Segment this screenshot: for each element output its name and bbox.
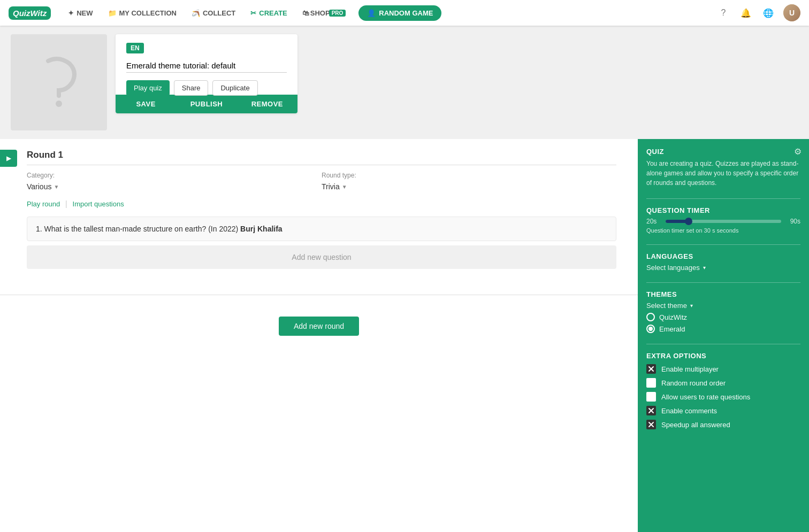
sidebar-quiz-section: QUIZ You are creating a quiz. Quizzes ar… xyxy=(646,148,800,188)
timer-thumb xyxy=(685,218,692,225)
random-order-checkbox[interactable] xyxy=(646,378,656,388)
category-arrow-icon: ▼ xyxy=(54,184,59,190)
lang-badge: EN xyxy=(126,43,144,53)
extra-options-title: EXTRA OPTIONS xyxy=(646,352,800,360)
theme-emerald-label: Emerald xyxy=(659,325,685,333)
category-col: Category: Various ▼ xyxy=(27,172,322,191)
random-icon: 👤 xyxy=(367,9,376,17)
rate-questions-label: Allow users to rate questions xyxy=(661,393,750,401)
avatar-image: U xyxy=(783,4,800,21)
logo[interactable]: QuizWitz xyxy=(9,6,51,20)
quiz-section-title: QUIZ xyxy=(646,148,800,156)
extra-option-comments: Enable comments xyxy=(646,406,800,415)
nav-right: ? 🔔 🌐 U xyxy=(716,4,800,21)
round-actions: Play round | Import questions xyxy=(27,199,616,208)
languages-title: LANGUAGES xyxy=(646,252,800,260)
extra-option-random-order: Random round order xyxy=(646,378,800,388)
collect-icon: 🪃 xyxy=(192,9,200,17)
speedup-label: Speedup all answered xyxy=(661,421,730,429)
import-questions-link[interactable]: Import questions xyxy=(73,200,124,208)
remove-button[interactable]: REMOVE xyxy=(237,95,297,113)
round-meta: Category: Various ▼ Round type: Trivia ▼ xyxy=(27,172,616,191)
quiz-section-desc: You are creating a quiz. Quizzes are pla… xyxy=(646,159,800,188)
duplicate-button[interactable]: Duplicate xyxy=(212,80,257,96)
theme-option-quizwitz[interactable]: QuizWitz xyxy=(646,313,800,321)
add-question-button[interactable]: Add new question xyxy=(27,245,616,269)
checkbox-x-icon-2 xyxy=(648,407,654,414)
share-button[interactable]: Share xyxy=(174,80,209,96)
pro-badge: PRO xyxy=(329,10,346,17)
speedup-checkbox[interactable] xyxy=(646,420,656,429)
quiz-bottom-buttons: SAVE PUBLISH REMOVE xyxy=(116,95,297,113)
languages-dropdown-arrow-icon: ▾ xyxy=(703,265,706,271)
category-select[interactable]: Various ▼ xyxy=(27,182,322,191)
timer-max-label: 90s xyxy=(785,218,800,225)
nav-item-collect[interactable]: 🪃 COLLECT xyxy=(185,6,242,20)
nav-item-my-collection[interactable]: 📁 MY COLLECTION xyxy=(102,6,183,20)
toggle-sidebar-button[interactable]: ▶ xyxy=(0,150,17,167)
theme-emerald-radio xyxy=(646,325,655,333)
round-type-col: Round type: Trivia ▼ xyxy=(322,172,616,191)
create-icon: ✂ xyxy=(250,9,256,17)
save-button[interactable]: SAVE xyxy=(116,95,176,113)
rate-questions-checkbox[interactable] xyxy=(646,392,656,402)
new-icon: ✦ xyxy=(68,9,74,17)
category-value: Various xyxy=(27,182,51,191)
random-game-button[interactable]: 👤 RANDOM GAME xyxy=(358,5,441,21)
nav-item-shop[interactable]: 🛍 SHOP PRO xyxy=(296,6,353,20)
collection-icon: 📁 xyxy=(108,9,117,17)
themes-dropdown[interactable]: Select theme ▾ xyxy=(646,302,800,310)
nav-items: ✦ NEW 📁 MY COLLECTION 🪃 COLLECT ✂ CREATE… xyxy=(62,5,716,21)
play-round-link[interactable]: Play round xyxy=(27,200,60,208)
question-number: 1. xyxy=(36,225,44,233)
extra-option-multiplayer: Enable multiplayer xyxy=(646,364,800,374)
checkbox-x-icon xyxy=(648,366,654,372)
language-button[interactable]: 🌐 xyxy=(761,5,776,20)
help-button[interactable]: ? xyxy=(716,5,731,20)
navbar: QuizWitz ✦ NEW 📁 MY COLLECTION 🪃 COLLECT… xyxy=(0,0,809,26)
svg-point-0 xyxy=(56,101,62,107)
timer-min-label: 20s xyxy=(646,218,661,225)
theme-option-emerald[interactable]: Emerald xyxy=(646,325,800,333)
theme-emerald-radio-dot xyxy=(648,327,653,331)
extra-option-speedup: Speedup all answered xyxy=(646,420,800,429)
nav-item-create[interactable]: ✂ CREATE xyxy=(244,6,293,20)
quiz-thumbnail xyxy=(11,34,107,130)
category-label: Category: xyxy=(27,172,322,179)
quiz-info-panel: EN Play quiz Share Duplicate SAVE PUBLIS… xyxy=(116,34,297,113)
languages-label: Select languages xyxy=(646,264,700,272)
sidebar-divider-1 xyxy=(646,198,800,199)
notifications-button[interactable]: 🔔 xyxy=(738,5,753,20)
section-divider xyxy=(0,295,638,295)
comments-label: Enable comments xyxy=(661,407,717,415)
shop-icon: 🛍 xyxy=(302,9,309,17)
themes-label: Select theme xyxy=(646,302,687,310)
quiz-action-buttons: Play quiz Share Duplicate xyxy=(126,80,287,96)
settings-gear-icon[interactable]: ⚙ xyxy=(794,147,802,157)
sidebar: ⚙ QUIZ You are creating a quiz. Quizzes … xyxy=(638,139,809,532)
sidebar-extra-section: EXTRA OPTIONS Enable multiplayer Random … xyxy=(646,352,800,429)
sidebar-timer-section: QUESTION TIMER 20s 90s Question timer se… xyxy=(646,206,800,234)
sidebar-themes-section: THEMES Select theme ▾ QuizWitz Emerald xyxy=(646,290,800,333)
play-quiz-button[interactable]: Play quiz xyxy=(126,80,170,96)
avatar[interactable]: U xyxy=(783,4,800,21)
sidebar-languages-section: LANGUAGES Select languages ▾ xyxy=(646,252,800,272)
logo-text: QuizWitz xyxy=(13,9,47,18)
add-round-button[interactable]: Add new round xyxy=(279,317,359,336)
thumbnail-icon xyxy=(37,56,80,109)
main-content: ▶ Round 1 Category: Various ▼ Round type… xyxy=(0,139,809,532)
publish-button[interactable]: PUBLISH xyxy=(176,95,236,113)
timer-track[interactable] xyxy=(666,220,781,223)
question-item[interactable]: 1. What is the tallest man-made structur… xyxy=(27,217,616,241)
question-answer: Burj Khalifa xyxy=(240,225,283,233)
sidebar-divider-3 xyxy=(646,282,800,283)
round-type-label: Round type: xyxy=(322,172,616,179)
extra-option-rate-questions: Allow users to rate questions xyxy=(646,392,800,402)
multiplayer-checkbox[interactable] xyxy=(646,364,656,374)
languages-dropdown[interactable]: Select languages ▾ xyxy=(646,264,800,272)
quiz-title-input[interactable] xyxy=(126,59,287,73)
header-area: EN Play quiz Share Duplicate SAVE PUBLIS… xyxy=(0,26,809,139)
nav-item-new[interactable]: ✦ NEW xyxy=(62,6,99,20)
round-type-select[interactable]: Trivia ▼ xyxy=(322,182,616,191)
comments-checkbox[interactable] xyxy=(646,406,656,415)
